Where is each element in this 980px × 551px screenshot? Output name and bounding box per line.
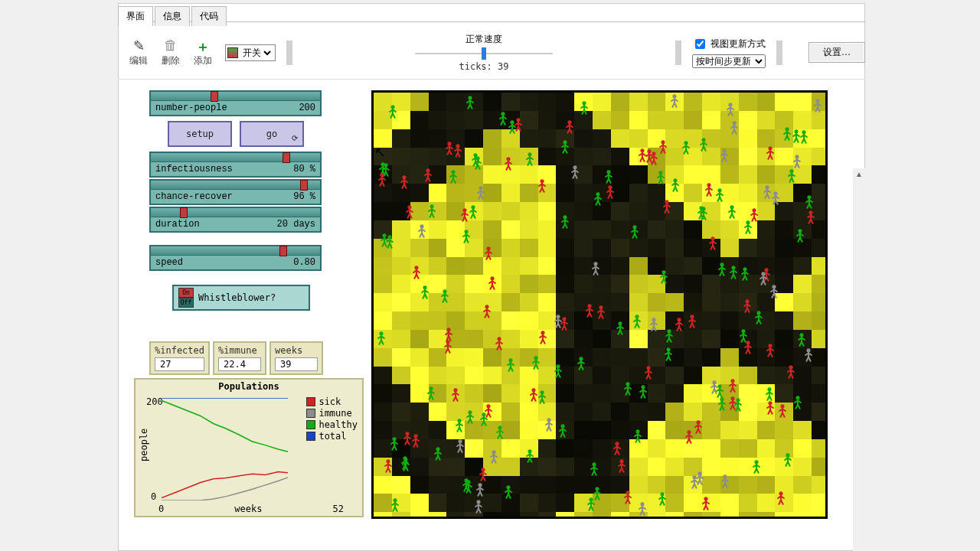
separator bbox=[286, 41, 292, 65]
person-agent bbox=[507, 120, 518, 134]
person-agent bbox=[782, 453, 793, 467]
person-agent bbox=[433, 447, 443, 461]
person-agent bbox=[524, 152, 535, 166]
person-agent bbox=[389, 437, 400, 451]
person-agent bbox=[402, 432, 413, 445]
person-agent bbox=[443, 328, 454, 341]
person-agent bbox=[593, 192, 603, 206]
scroll-up-icon[interactable]: ▲ bbox=[853, 168, 865, 181]
person-agent bbox=[765, 401, 776, 415]
person-agent bbox=[669, 94, 680, 108]
edit-button[interactable]: ✎ 编辑 bbox=[122, 37, 155, 67]
person-agent bbox=[740, 267, 750, 281]
person-agent bbox=[655, 171, 666, 184]
settings-button[interactable]: 设置… bbox=[808, 42, 865, 63]
person-agent bbox=[463, 480, 474, 494]
delete-button[interactable]: 🗑 删除 bbox=[155, 37, 187, 67]
person-agent bbox=[544, 418, 554, 432]
person-agent bbox=[758, 272, 769, 285]
person-agent bbox=[439, 289, 450, 303]
person-agent bbox=[487, 276, 498, 290]
person-agent bbox=[707, 236, 718, 250]
person-agent bbox=[792, 396, 803, 409]
person-agent bbox=[719, 148, 730, 162]
add-label: 添加 bbox=[187, 54, 219, 67]
person-agent bbox=[387, 105, 398, 119]
person-agent bbox=[443, 340, 453, 354]
person-agent bbox=[765, 146, 776, 160]
view-update-block: 视图更新方式 按时间步更新 bbox=[692, 37, 766, 68]
tab-code[interactable]: 代码 bbox=[191, 6, 227, 26]
slider-chance-recover[interactable]: chance-recover96 % bbox=[149, 179, 322, 205]
world-view[interactable] bbox=[371, 90, 828, 519]
person-agent bbox=[475, 483, 485, 497]
person-agent bbox=[411, 266, 422, 279]
person-agent bbox=[420, 285, 430, 299]
person-agent bbox=[482, 305, 492, 318]
person-agent bbox=[769, 285, 779, 298]
speed-slider[interactable] bbox=[415, 47, 553, 60]
person-agent bbox=[637, 148, 648, 162]
person-agent bbox=[792, 155, 802, 168]
person-agent bbox=[674, 318, 684, 331]
slider-speed[interactable]: speed0.80 bbox=[149, 245, 322, 271]
person-agent bbox=[720, 474, 730, 488]
person-agent bbox=[622, 491, 633, 504]
person-agent bbox=[416, 224, 427, 238]
tabs: 界面 信息 代码 bbox=[118, 6, 228, 26]
person-agent bbox=[503, 157, 514, 171]
person-agent bbox=[557, 424, 568, 438]
person-agent bbox=[803, 348, 814, 362]
person-agent bbox=[770, 191, 781, 205]
switch-whistleblower[interactable]: On Off Whistleblower? bbox=[172, 285, 310, 311]
person-agent bbox=[400, 456, 410, 470]
person-agent bbox=[450, 388, 461, 402]
scrollbar[interactable]: ▲ bbox=[853, 168, 865, 551]
person-agent bbox=[693, 420, 704, 434]
plus-icon: ＋ bbox=[187, 37, 219, 54]
widget-type-select[interactable]: 开关 bbox=[240, 47, 273, 59]
switch-on-icon: On bbox=[178, 288, 194, 298]
panel-zone: number-people200 setup go⟳ infectiousnes… bbox=[122, 84, 865, 551]
tab-info[interactable]: 信息 bbox=[155, 6, 190, 26]
view-update-checkbox[interactable] bbox=[695, 39, 705, 49]
person-agent bbox=[751, 460, 762, 474]
person-agent bbox=[638, 385, 648, 399]
person-agent bbox=[426, 204, 437, 218]
plot-lines bbox=[162, 398, 330, 500]
tab-interface[interactable]: 界面 bbox=[118, 6, 153, 26]
widget-type-dropdown[interactable]: 开关 bbox=[225, 44, 276, 61]
person-agent bbox=[478, 468, 488, 481]
person-agent bbox=[379, 233, 390, 247]
person-agent bbox=[658, 140, 668, 154]
person-agent bbox=[776, 491, 786, 505]
person-agent bbox=[603, 170, 614, 184]
person-agent bbox=[537, 331, 548, 344]
slider-duration[interactable]: duration20 days bbox=[149, 207, 322, 233]
plot-ymin: 0 bbox=[151, 491, 156, 502]
person-agent bbox=[765, 344, 776, 357]
person-agent bbox=[472, 156, 483, 170]
person-agent bbox=[622, 382, 633, 396]
person-agent bbox=[383, 459, 394, 473]
person-agent bbox=[589, 462, 599, 476]
slider-number-people[interactable]: number-people200 bbox=[149, 90, 322, 116]
setup-button[interactable]: setup bbox=[168, 121, 232, 147]
person-agent bbox=[454, 419, 465, 432]
person-agent bbox=[579, 101, 590, 115]
go-button[interactable]: go⟳ bbox=[240, 121, 304, 147]
slider-infectiousness[interactable]: infectiousness80 % bbox=[149, 152, 322, 178]
separator bbox=[675, 41, 681, 65]
person-agent bbox=[704, 183, 714, 197]
person-agent bbox=[799, 130, 809, 144]
person-agent bbox=[689, 475, 700, 489]
person-agent bbox=[643, 366, 654, 380]
person-agent bbox=[742, 299, 753, 313]
person-agent bbox=[796, 333, 807, 347]
person-agent bbox=[390, 498, 400, 512]
delete-label: 删除 bbox=[155, 54, 187, 67]
add-button[interactable]: ＋ 添加 bbox=[187, 37, 219, 67]
person-agent bbox=[483, 246, 494, 260]
plot-ylabel: people bbox=[139, 428, 149, 461]
view-update-mode-select[interactable]: 按时间步更新 bbox=[692, 54, 766, 68]
